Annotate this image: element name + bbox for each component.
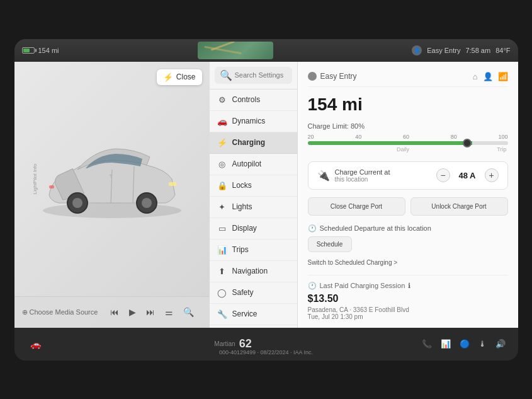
- session-location: Pasadena, CA · 3363 E Foothill Blvd: [308, 306, 508, 313]
- temp-taskbar-icon[interactable]: 🌡: [478, 339, 487, 349]
- charging-panel: Easy Entry ⌂ 👤 📶 154 mi Charge Limit: 80…: [298, 62, 518, 328]
- left-panel-label: LightPilot Info: [31, 163, 37, 194]
- sidebar-item-lights[interactable]: ✦ Lights: [210, 197, 297, 218]
- decrease-current-button[interactable]: −: [436, 168, 450, 182]
- top-bar: 154 mi 👤 Easy Entry 7:58 am 84°F: [14, 39, 518, 62]
- sidebar-item-safety[interactable]: ◯ Safety: [210, 282, 297, 304]
- car-taskbar-icon[interactable]: 🚗: [27, 335, 45, 353]
- sidebar-item-controls[interactable]: ⚙ Controls: [210, 90, 297, 111]
- battery-range: 154 mi: [38, 47, 59, 54]
- media-source-label: ⊕ Choose Media Source: [22, 308, 98, 316]
- person-icon[interactable]: 👤: [483, 72, 493, 81]
- scheduled-section: 🕐 Scheduled Departure at this location S…: [308, 224, 508, 267]
- display-icon: ▭: [217, 224, 227, 233]
- time-display: 7:58 am: [465, 47, 490, 54]
- settings-menu: 🔍 ⚙ Controls 🚗 Dynamics ⚡ Charging: [210, 62, 298, 328]
- switch-charging-link[interactable]: Switch to Scheduled Charging >: [308, 259, 398, 266]
- search-wrap[interactable]: 🔍: [215, 67, 292, 84]
- car-svg: T: [30, 122, 194, 236]
- svg-text:T: T: [109, 173, 112, 179]
- sidebar-item-service[interactable]: 🔧 Service: [210, 304, 297, 325]
- close-button-label: Close: [176, 72, 196, 81]
- svg-rect-8: [49, 185, 54, 188]
- charge-slider[interactable]: [308, 141, 508, 145]
- charge-current-label: Charge Current at this location: [335, 168, 431, 183]
- display-label: Display: [232, 224, 257, 233]
- navigation-label: Navigation: [232, 267, 268, 275]
- svg-rect-7: [169, 182, 176, 186]
- equalizer-icon[interactable]: ⚌: [165, 307, 173, 317]
- search-icon: 🔍: [220, 69, 232, 81]
- sidebar-item-display[interactable]: ▭ Display: [210, 218, 297, 240]
- bolt-icon: ⚡: [163, 72, 173, 82]
- profile-sm-icon: [308, 72, 317, 81]
- charge-plug-icon: 🔌: [317, 170, 330, 182]
- help-icon[interactable]: ℹ: [408, 282, 410, 290]
- charge-port-buttons: Close Charge Port Unlock Charge Port: [308, 197, 508, 216]
- battery-icon: [22, 47, 35, 54]
- easy-entry-text: Easy Entry: [320, 72, 357, 81]
- marque-label: Martian: [214, 340, 235, 347]
- trips-icon: 📊: [217, 245, 227, 255]
- search-input[interactable]: [235, 71, 287, 79]
- autopilot-icon: ◎: [217, 159, 227, 169]
- sidebar-item-locks[interactable]: 🔒 Locks: [210, 175, 297, 197]
- last-session: 🕐 Last Paid Charging Session ℹ $13.50 Pa…: [308, 275, 508, 320]
- slider-markers: Daily Trip: [308, 146, 508, 153]
- dynamics-label: Dynamics: [232, 117, 266, 125]
- next-track-icon[interactable]: ⏭: [146, 307, 155, 317]
- play-icon[interactable]: ▶: [129, 307, 136, 317]
- car-view: ⚡ Close LightPilot Info: [14, 62, 210, 296]
- taskbar-left: 🚗: [27, 335, 45, 353]
- safety-label: Safety: [232, 288, 254, 297]
- auction-label: 000-40129499 · 08/22/2024 · IAA Inc.: [219, 349, 313, 356]
- current-control: − 48 A +: [436, 168, 499, 182]
- sidebar-item-charging[interactable]: ⚡ Charging: [210, 132, 297, 154]
- current-value: 48 A: [456, 171, 478, 180]
- volume-taskbar-icon[interactable]: 🔊: [495, 339, 506, 349]
- slider-thumb[interactable]: [463, 139, 472, 147]
- charge-current-section: 🔌 Charge Current at this location − 48 A…: [308, 161, 508, 190]
- home-icon[interactable]: ⌂: [473, 72, 478, 81]
- sidebar-item-navigation[interactable]: ⬆ Navigation: [210, 261, 297, 282]
- locks-icon: 🔒: [217, 181, 227, 190]
- temperature-display: 84°F: [495, 47, 510, 54]
- sidebar-item-trips[interactable]: 📊 Trips: [210, 240, 297, 261]
- charging-label: Charging: [232, 138, 266, 147]
- charging-icon: ⚡: [217, 138, 227, 147]
- service-label: Service: [232, 309, 258, 318]
- charge-limit-section: Charge Limit: 80% 20 40 60 80 100 Daily …: [308, 122, 508, 153]
- schedule-button[interactable]: Schedule: [308, 236, 352, 252]
- session-amount: $13.50: [308, 293, 508, 304]
- close-button[interactable]: ⚡ Close: [157, 69, 202, 85]
- locks-label: Locks: [232, 181, 252, 190]
- trips-label: Trips: [232, 245, 249, 254]
- profile-icon[interactable]: 👤: [412, 45, 422, 55]
- unlock-charge-port-button[interactable]: Unlock Charge Port: [410, 197, 508, 216]
- clock-icon: 🕐: [308, 224, 317, 233]
- prev-track-icon[interactable]: ⏮: [110, 307, 119, 317]
- close-charge-port-button[interactable]: Close Charge Port: [308, 197, 405, 216]
- main-content: ⚡ Close LightPilot Info: [14, 62, 518, 328]
- last-session-title: 🕐 Last Paid Charging Session ℹ: [308, 282, 508, 290]
- media-source[interactable]: ⊕ Choose Media Source: [22, 308, 98, 316]
- taskbar: 🚗 Martian 62 📞 📊 🔵 🌡 🔊: [14, 328, 518, 361]
- battery-status: 154 mi: [22, 47, 59, 54]
- autopilot-label: Autopilot: [232, 159, 262, 168]
- sidebar-item-autopilot[interactable]: ◎ Autopilot: [210, 154, 297, 175]
- sidebar-item-dynamics[interactable]: 🚗 Dynamics: [210, 111, 297, 132]
- info-icon: 🕐: [308, 282, 317, 290]
- easy-entry-label: Easy Entry: [427, 47, 460, 54]
- signal-icon[interactable]: 📶: [498, 72, 508, 81]
- easy-entry-bar: Easy Entry ⌂ 👤 📶: [308, 72, 508, 87]
- search-media-icon[interactable]: 🔍: [183, 307, 194, 317]
- media-taskbar-icon[interactable]: 📊: [441, 339, 451, 349]
- bluetooth-taskbar-icon[interactable]: 🔵: [460, 339, 470, 349]
- slider-labels: 20 40 60 80 100: [308, 134, 508, 140]
- svg-point-6: [142, 198, 152, 208]
- menu-items-list: ⚙ Controls 🚗 Dynamics ⚡ Charging ◎ Autop…: [210, 90, 297, 328]
- lights-icon: ✦: [217, 202, 227, 212]
- phone-taskbar-icon[interactable]: 📞: [422, 339, 432, 349]
- increase-current-button[interactable]: +: [485, 168, 499, 182]
- controls-icon: ⚙: [217, 95, 227, 105]
